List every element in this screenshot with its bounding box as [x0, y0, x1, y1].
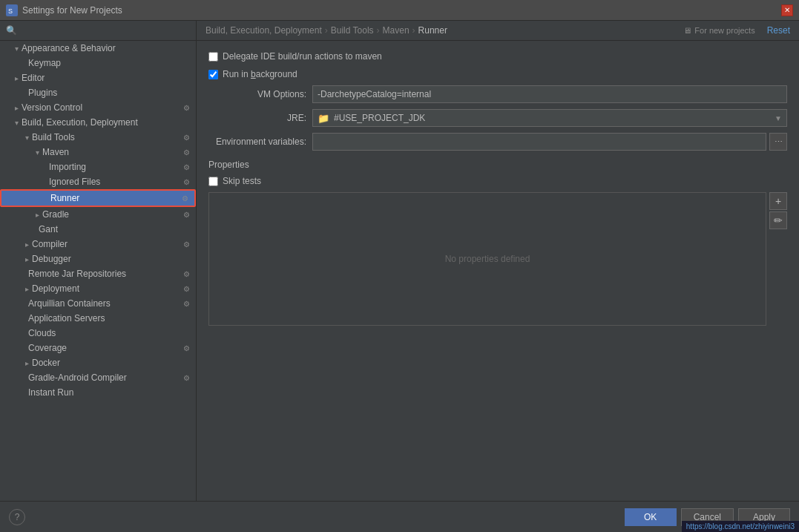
sidebar-item-gradle-android[interactable]: Gradle-Android Compiler ⚙ [0, 370, 196, 385]
skip-tests-row: Skip tests [208, 174, 787, 188]
sidebar-item-clouds[interactable]: Clouds [0, 326, 196, 341]
sidebar-item-build-tools[interactable]: Build Tools ⚙ [0, 130, 196, 145]
watermark: https://blog.csdn.net/zhiyinweini3 [682, 521, 799, 532]
sidebar-item-compiler[interactable]: Compiler ⚙ [0, 237, 196, 252]
sidebar-item-gant[interactable]: Gant [0, 222, 196, 237]
for-new-projects-label: For new projects [694, 26, 754, 35]
sidebar-item-label: Arquillian Containers [28, 298, 111, 309]
skip-tests-checkbox[interactable] [208, 177, 218, 186]
arrow-icon [15, 104, 19, 112]
properties-section: Properties Skip tests No properties defi… [208, 160, 787, 326]
settings-icon: ⚙ [183, 163, 190, 171]
delegate-checkbox[interactable] [208, 52, 218, 62]
ok-button[interactable]: OK [625, 508, 677, 526]
breadcrumb-segment-1: Build, Execution, Deployment [205, 25, 322, 36]
sidebar-item-version-control[interactable]: Version Control ⚙ [0, 100, 196, 115]
search-input[interactable] [20, 25, 190, 36]
env-variables-label: Environment variables: [208, 137, 312, 147]
sidebar-item-instant-run[interactable]: Instant Run [0, 385, 196, 400]
sidebar-item-keymap[interactable]: Keymap [0, 56, 196, 70]
settings-icon: ⚙ [183, 374, 190, 382]
env-variables-row: Environment variables: ⋯ [208, 133, 787, 151]
search-icon: 🔍 [6, 25, 17, 36]
breadcrumb-sep-2: › [377, 25, 380, 36]
sidebar-item-coverage[interactable]: Coverage ⚙ [0, 341, 196, 355]
add-property-button[interactable]: + [769, 192, 787, 210]
dropdown-arrow-icon: ▼ [775, 114, 782, 122]
breadcrumb-segment-3: Maven [383, 25, 410, 36]
arrow-icon [36, 148, 39, 157]
sidebar-item-maven[interactable]: Maven ⚙ [0, 145, 196, 160]
jre-label: JRE: [208, 113, 312, 123]
delegate-checkbox-label[interactable]: Delegate IDE build/run actions to maven [223, 51, 382, 62]
sidebar-item-remote-jar[interactable]: Remote Jar Repositories ⚙ [0, 266, 196, 281]
help-button[interactable]: ? [9, 509, 25, 525]
sidebar-item-label: Appearance & Behavior [22, 43, 116, 53]
sidebar-item-label: Importing [49, 162, 86, 172]
svg-text:S: S [8, 7, 13, 15]
sidebar-item-label: Compiler [32, 239, 68, 249]
sidebar-item-label: Instant Run [28, 387, 73, 398]
sidebar-item-label: Runner [50, 193, 79, 203]
sidebar-item-gradle[interactable]: Gradle ⚙ [0, 207, 196, 222]
breadcrumb-bar: Build, Execution, Deployment › Build Too… [197, 21, 799, 41]
vm-options-input[interactable] [312, 85, 787, 103]
settings-icon: ⚙ [183, 134, 190, 142]
settings-icon: ⚙ [183, 270, 190, 278]
sidebar-item-runner[interactable]: Runner ⚙ [0, 189, 196, 207]
settings-icon: ⚙ [183, 240, 190, 249]
settings-icon: ⚙ [183, 148, 190, 157]
settings-icon: ⚙ [182, 194, 188, 203]
settings-icon: ⚙ [183, 344, 190, 352]
arrow-icon [25, 134, 29, 142]
background-checkbox-label[interactable]: Run in background [223, 69, 297, 79]
sidebar-item-label: Maven [42, 147, 69, 157]
sidebar-item-label: Keymap [28, 58, 61, 68]
sidebar-item-label: Debugger [32, 254, 71, 264]
sidebar-item-ignored-files[interactable]: Ignored Files ⚙ [0, 174, 196, 189]
window-title: Settings for New Projects [22, 5, 122, 16]
jre-dropdown[interactable]: 📁 #USE_PROJECT_JDK ▼ [312, 109, 787, 127]
folder-icon: 📁 [318, 113, 329, 124]
sidebar-item-deployment[interactable]: Deployment ⚙ [0, 281, 196, 296]
sidebar-item-debugger[interactable]: Debugger [0, 252, 196, 266]
sidebar-item-label: Remote Jar Repositories [28, 269, 126, 279]
for-new-projects-badge: 🖥 For new projects [683, 26, 754, 35]
properties-header: Properties [208, 160, 787, 170]
sidebar-item-appearance[interactable]: Appearance & Behavior [0, 41, 196, 56]
no-properties-message: No properties defined [209, 193, 766, 325]
sidebar-item-label: Editor [22, 73, 45, 83]
vm-options-row: VM Options: [208, 85, 787, 103]
jre-value: #USE_PROJECT_JDK [334, 113, 425, 123]
sidebar-item-label: Ignored Files [49, 177, 100, 187]
sidebar-item-arquillian[interactable]: Arquillian Containers ⚙ [0, 296, 196, 311]
close-button[interactable]: ✕ [781, 4, 793, 16]
arrow-icon [25, 240, 29, 249]
sidebar-item-label: Docker [32, 358, 60, 368]
sidebar-item-docker[interactable]: Docker [0, 355, 196, 370]
vm-options-label: VM Options: [208, 89, 312, 99]
arrow-icon [25, 359, 29, 367]
skip-tests-label[interactable]: Skip tests [223, 176, 261, 186]
sidebar-item-app-servers[interactable]: Application Servers [0, 311, 196, 326]
settings-icon: ⚙ [183, 178, 190, 186]
sidebar-item-label: Gradle-Android Compiler [28, 372, 127, 383]
reset-button[interactable]: Reset [767, 25, 790, 36]
sidebar: 🔍 Appearance & Behavior Keymap Editor Pl… [0, 21, 197, 501]
search-box[interactable]: 🔍 [0, 21, 196, 41]
arrow-icon [36, 211, 39, 219]
env-browse-button[interactable]: ⋯ [769, 133, 787, 151]
monitor-icon: 🖥 [683, 26, 691, 35]
sidebar-item-build-execution[interactable]: Build, Execution, Deployment [0, 115, 196, 130]
breadcrumb-current: Runner [418, 25, 447, 36]
sidebar-item-editor[interactable]: Editor [0, 70, 196, 85]
sidebar-item-label: Plugins [28, 88, 57, 98]
background-checkbox[interactable] [208, 70, 218, 79]
sidebar-item-plugins[interactable]: Plugins [0, 85, 196, 100]
edit-property-button[interactable]: ✏ [769, 211, 787, 229]
sidebar-item-label: Coverage [28, 343, 67, 353]
sidebar-item-importing[interactable]: Importing ⚙ [0, 160, 196, 174]
arrow-icon [15, 74, 19, 82]
env-variables-input[interactable] [312, 133, 766, 151]
arrow-icon [25, 255, 29, 263]
